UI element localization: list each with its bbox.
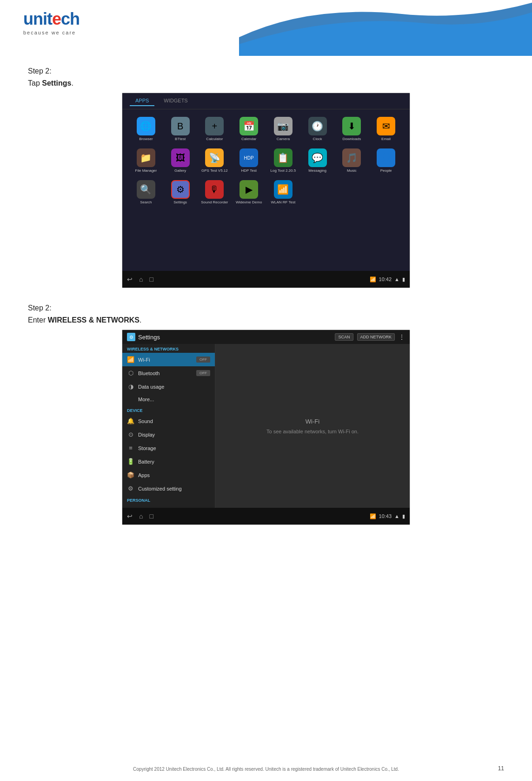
display-icon: ⊙ bbox=[127, 431, 134, 438]
sidebar-item-battery[interactable]: 🔋 Battery bbox=[122, 455, 215, 468]
bluetooth-icon: ⬡ bbox=[127, 370, 134, 377]
step1-line2-end: . bbox=[71, 79, 73, 87]
screenshot1-apps: APPS WIDGETS 🌐 Browser B BTtest + Calcul… bbox=[122, 93, 410, 288]
app-btest[interactable]: B BTtest bbox=[164, 114, 197, 144]
wireless-section-label: WIRELESS & NETWORKS bbox=[122, 344, 215, 353]
app-calculator[interactable]: + Calculator bbox=[199, 114, 231, 144]
app-gallery[interactable]: 🖼 Gallery bbox=[164, 146, 197, 175]
settings-topbar: ⚙ Settings SCAN ADD NETWORK ⋮ bbox=[122, 330, 410, 344]
wifi-panel-title: Wi-Fi bbox=[266, 418, 359, 425]
music-icon: 🎵 bbox=[342, 148, 361, 167]
tab-widgets[interactable]: WIDGETS bbox=[158, 96, 193, 106]
step2-line2-prefix: Enter bbox=[28, 316, 48, 324]
app-widevine[interactable]: ▶ Widevine Demo bbox=[233, 177, 265, 207]
app-people[interactable]: 👤 People bbox=[370, 146, 402, 175]
wifi-status-icon2: 📶 bbox=[370, 513, 376, 519]
signal-icon2: ▲ bbox=[394, 513, 399, 519]
apps-icon: 📦 bbox=[127, 471, 134, 478]
app-camera[interactable]: 📷 Camera bbox=[267, 114, 299, 144]
wifi-hint-text: To see available networks, turn Wi-Fi on… bbox=[266, 429, 359, 434]
app-gps[interactable]: 📡 GPS Test V5.12 bbox=[199, 146, 231, 175]
wifi-icon: 📶 bbox=[127, 356, 134, 363]
storage-icon: ≡ bbox=[127, 444, 134, 451]
camera-icon: 📷 bbox=[274, 117, 293, 135]
settings-sidebar: WIRELESS & NETWORKS 📶 Wi-Fi OFF ⬡ Blueto… bbox=[122, 344, 215, 508]
sidebar-item-sound[interactable]: 🔔 Sound bbox=[122, 414, 215, 428]
sidebar-item-wifi[interactable]: 📶 Wi-Fi OFF bbox=[122, 353, 215, 366]
settings-icon: ⚙ bbox=[171, 180, 190, 199]
customized-label: Customized setting bbox=[138, 486, 210, 491]
wifi-toggle[interactable]: OFF bbox=[196, 357, 210, 363]
battery-label: Battery bbox=[138, 459, 210, 465]
nav-left-buttons: ↩ ⌂ □ bbox=[127, 276, 153, 283]
sidebar-item-bluetooth[interactable]: ⬡ Bluetooth OFF bbox=[122, 366, 215, 380]
sidebar-item-datausage[interactable]: ◑ Data usage bbox=[122, 380, 215, 393]
back-nav-icon[interactable]: ↩ bbox=[127, 276, 133, 283]
browser-icon: 🌐 bbox=[137, 117, 155, 135]
hdp-icon: HDP bbox=[239, 148, 258, 167]
app-clock[interactable]: 🕐 Clock bbox=[301, 114, 334, 144]
logo-tagline: because we care bbox=[23, 30, 80, 35]
sidebar-item-accounts[interactable]: ↻ Accounts & sync bbox=[122, 504, 215, 508]
people-icon: 👤 bbox=[377, 148, 395, 167]
settings-topbar-actions: SCAN ADD NETWORK ⋮ bbox=[335, 333, 405, 341]
add-network-button[interactable]: ADD NETWORK bbox=[357, 333, 395, 341]
app-settings[interactable]: ⚙ Settings bbox=[164, 177, 197, 207]
clock-icon: 🕐 bbox=[308, 117, 327, 135]
app-music[interactable]: 🎵 Music bbox=[336, 146, 368, 175]
app-soundrecorder[interactable]: 🎙 Sound Recorder bbox=[199, 177, 231, 207]
sidebar-item-customized[interactable]: ⚙ Customized setting bbox=[122, 482, 215, 495]
step1-heading: Step 2: Tap Settings. bbox=[28, 65, 504, 89]
calendar-icon: 📅 bbox=[239, 117, 258, 135]
back-nav-icon2[interactable]: ↩ bbox=[127, 512, 133, 520]
app-wlanrf[interactable]: 📶 WLAN RF Test bbox=[267, 177, 299, 207]
signal-icon: ▲ bbox=[394, 276, 399, 282]
sound-label: Sound bbox=[138, 418, 210, 424]
app-logtool[interactable]: 📋 Log Tool 2.20.5 bbox=[267, 146, 299, 175]
app-calendar[interactable]: 📅 Calendar bbox=[233, 114, 265, 144]
datausage-icon: ◑ bbox=[127, 383, 134, 390]
home-nav-icon[interactable]: ⌂ bbox=[139, 276, 143, 283]
step1-bold: Settings bbox=[42, 79, 71, 87]
app-filemanager[interactable]: 📁 File Manager bbox=[130, 146, 162, 175]
app-hdp[interactable]: HDP HDP Test bbox=[233, 146, 265, 175]
time-display2: 10:43 bbox=[379, 513, 392, 519]
status-bar1: 📶 10:42 ▲ ▮ bbox=[370, 276, 405, 283]
time-display1: 10:42 bbox=[379, 276, 392, 282]
step2-line2-end: . bbox=[140, 316, 141, 324]
customized-icon: ⚙ bbox=[127, 485, 134, 492]
messaging-icon: 💬 bbox=[308, 148, 327, 167]
app-downloads[interactable]: ⬇ Downloads bbox=[336, 114, 368, 144]
blue-swoosh-decoration bbox=[239, 0, 532, 56]
app-messaging[interactable]: 💬 Messaging bbox=[301, 146, 334, 175]
page-number: 11 bbox=[498, 765, 504, 772]
scan-button[interactable]: SCAN bbox=[335, 333, 353, 341]
sidebar-item-display[interactable]: ⊙ Display bbox=[122, 428, 215, 441]
recent-nav-icon[interactable]: □ bbox=[149, 276, 153, 283]
datausage-label: Data usage bbox=[138, 384, 210, 390]
gps-icon: 📡 bbox=[205, 148, 224, 167]
app-browser[interactable]: 🌐 Browser bbox=[130, 114, 162, 144]
widevine-icon: ▶ bbox=[239, 180, 258, 199]
step2-bold: WIRELESS & NETWORKS bbox=[48, 316, 140, 324]
sidebar-item-more[interactable]: More... bbox=[122, 393, 215, 405]
app-email[interactable]: ✉ Email bbox=[370, 114, 402, 144]
battery-icon2: ▮ bbox=[402, 513, 405, 519]
home-nav-icon2[interactable]: ⌂ bbox=[139, 512, 143, 520]
settings-main-panel: Wi-Fi To see available networks, turn Wi… bbox=[215, 344, 410, 508]
bluetooth-toggle[interactable]: OFF bbox=[196, 370, 210, 376]
app-search[interactable]: 🔍 Search bbox=[130, 177, 162, 207]
soundrecorder-icon: 🎙 bbox=[205, 180, 224, 199]
storage-label: Storage bbox=[138, 445, 210, 451]
footer-copyright: Copyright 2012 Unitech Electronics Co., … bbox=[0, 767, 532, 772]
settings-title-area: ⚙ Settings bbox=[127, 333, 160, 341]
status-bar2: 📶 10:43 ▲ ▮ bbox=[370, 513, 405, 519]
recent-nav-icon2[interactable]: □ bbox=[149, 512, 153, 520]
settings-body: WIRELESS & NETWORKS 📶 Wi-Fi OFF ⬡ Blueto… bbox=[122, 344, 410, 508]
step1-line2-prefix: Tap bbox=[28, 79, 42, 87]
search-icon: 🔍 bbox=[137, 180, 155, 199]
sidebar-item-apps[interactable]: 📦 Apps bbox=[122, 468, 215, 482]
sidebar-item-storage[interactable]: ≡ Storage bbox=[122, 441, 215, 455]
tab-apps[interactable]: APPS bbox=[130, 96, 154, 106]
overflow-menu-icon[interactable]: ⋮ bbox=[399, 333, 405, 341]
